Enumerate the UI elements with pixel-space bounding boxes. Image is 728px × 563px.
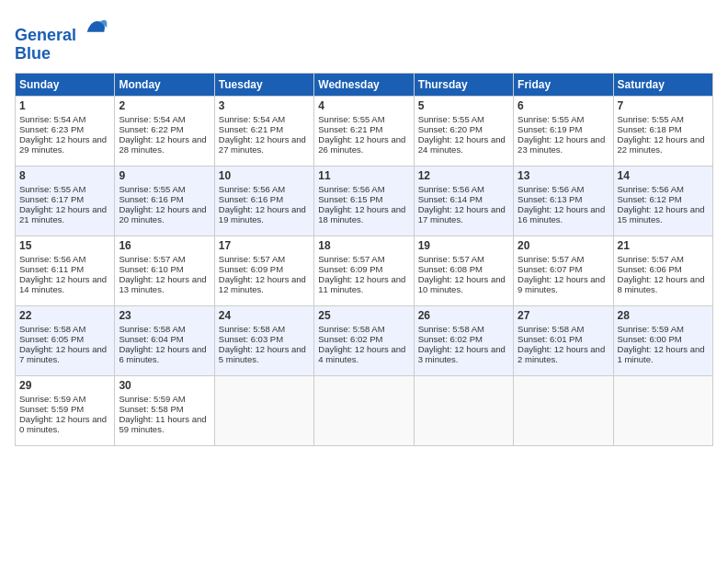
calendar-cell: 15Sunrise: 5:56 AMSunset: 6:11 PMDayligh… bbox=[16, 236, 115, 305]
daylight-text: Daylight: 12 hours and 4 minutes. bbox=[318, 344, 405, 364]
calendar-cell: 6Sunrise: 5:55 AMSunset: 6:19 PMDaylight… bbox=[514, 96, 613, 166]
daylight-text: Daylight: 12 hours and 27 minutes. bbox=[219, 134, 306, 155]
logo: General Blue bbox=[15, 15, 108, 63]
sunset-text: Sunset: 6:02 PM bbox=[418, 334, 483, 344]
calendar-week-1: 1Sunrise: 5:54 AMSunset: 6:23 PMDaylight… bbox=[16, 96, 713, 166]
daylight-text: Daylight: 12 hours and 5 minutes. bbox=[219, 344, 306, 364]
daylight-text: Daylight: 12 hours and 0 minutes. bbox=[19, 414, 107, 434]
daylight-text: Daylight: 12 hours and 11 minutes. bbox=[318, 274, 405, 294]
calendar-cell: 13Sunrise: 5:56 AMSunset: 6:13 PMDayligh… bbox=[514, 166, 613, 236]
sunset-text: Sunset: 6:09 PM bbox=[219, 264, 283, 274]
daylight-text: Daylight: 12 hours and 20 minutes. bbox=[119, 204, 206, 224]
day-number: 3 bbox=[219, 99, 310, 112]
sunset-text: Sunset: 6:00 PM bbox=[618, 334, 682, 344]
calendar-cell: 5Sunrise: 5:55 AMSunset: 6:20 PMDaylight… bbox=[414, 96, 513, 166]
daylight-text: Daylight: 12 hours and 3 minutes. bbox=[418, 344, 506, 364]
header: General Blue bbox=[15, 15, 713, 63]
sunrise-text: Sunrise: 5:56 AM bbox=[318, 184, 384, 194]
calendar-cell: 30Sunrise: 5:59 AMSunset: 5:58 PMDayligh… bbox=[115, 375, 214, 445]
sunrise-text: Sunrise: 5:56 AM bbox=[219, 184, 285, 194]
day-number: 2 bbox=[119, 99, 210, 112]
daylight-text: Daylight: 12 hours and 6 minutes. bbox=[119, 344, 206, 364]
daylight-text: Daylight: 12 hours and 18 minutes. bbox=[318, 204, 405, 224]
logo-general: General bbox=[15, 26, 76, 44]
sunrise-text: Sunrise: 5:54 AM bbox=[219, 114, 285, 124]
logo-blue: Blue bbox=[15, 45, 108, 63]
sunset-text: Sunset: 6:15 PM bbox=[318, 194, 382, 204]
calendar-cell: 28Sunrise: 5:59 AMSunset: 6:00 PMDayligh… bbox=[613, 305, 712, 375]
sunset-text: Sunset: 6:21 PM bbox=[219, 124, 283, 134]
sunset-text: Sunset: 5:59 PM bbox=[19, 404, 84, 414]
day-number: 19 bbox=[418, 239, 509, 252]
calendar-table: SundayMondayTuesdayWednesdayThursdayFrid… bbox=[15, 73, 713, 446]
daylight-text: Daylight: 12 hours and 7 minutes. bbox=[19, 344, 107, 364]
day-number: 28 bbox=[618, 309, 709, 322]
sunrise-text: Sunrise: 5:55 AM bbox=[618, 114, 684, 124]
sunset-text: Sunset: 6:05 PM bbox=[19, 334, 84, 344]
calendar-week-5: 29Sunrise: 5:59 AMSunset: 5:59 PMDayligh… bbox=[16, 375, 713, 445]
sunset-text: Sunset: 6:09 PM bbox=[318, 264, 382, 274]
sunrise-text: Sunrise: 5:57 AM bbox=[219, 254, 285, 264]
day-number: 20 bbox=[518, 239, 609, 252]
calendar-cell: 24Sunrise: 5:58 AMSunset: 6:03 PMDayligh… bbox=[214, 305, 313, 375]
daylight-text: Daylight: 12 hours and 24 minutes. bbox=[418, 134, 506, 155]
day-number: 8 bbox=[19, 169, 110, 182]
sunrise-text: Sunrise: 5:58 AM bbox=[19, 324, 85, 334]
sunset-text: Sunset: 6:17 PM bbox=[19, 194, 84, 204]
daylight-text: Daylight: 12 hours and 10 minutes. bbox=[418, 274, 506, 294]
sunset-text: Sunset: 6:18 PM bbox=[618, 124, 682, 134]
day-number: 30 bbox=[119, 379, 210, 392]
daylight-text: Daylight: 12 hours and 12 minutes. bbox=[219, 274, 306, 294]
daylight-text: Daylight: 12 hours and 1 minute. bbox=[618, 344, 705, 364]
calendar-cell bbox=[214, 375, 313, 445]
sunrise-text: Sunrise: 5:55 AM bbox=[418, 114, 484, 124]
day-number: 15 bbox=[19, 239, 110, 252]
daylight-text: Daylight: 12 hours and 26 minutes. bbox=[318, 134, 405, 155]
day-number: 12 bbox=[418, 169, 509, 182]
calendar-cell: 19Sunrise: 5:57 AMSunset: 6:08 PMDayligh… bbox=[414, 236, 513, 305]
daylight-text: Daylight: 12 hours and 22 minutes. bbox=[618, 134, 705, 155]
sunrise-text: Sunrise: 5:59 AM bbox=[618, 324, 684, 334]
sunset-text: Sunset: 6:08 PM bbox=[418, 264, 483, 274]
sunset-text: Sunset: 6:02 PM bbox=[318, 334, 382, 344]
day-number: 23 bbox=[119, 309, 210, 322]
calendar-header-row: SundayMondayTuesdayWednesdayThursdayFrid… bbox=[16, 73, 713, 96]
column-header-saturday: Saturday bbox=[613, 73, 712, 96]
calendar-cell: 21Sunrise: 5:57 AMSunset: 6:06 PMDayligh… bbox=[613, 236, 712, 305]
day-number: 21 bbox=[618, 239, 709, 252]
day-number: 22 bbox=[19, 309, 110, 322]
sunset-text: Sunset: 6:14 PM bbox=[418, 194, 483, 204]
sunrise-text: Sunrise: 5:56 AM bbox=[418, 184, 484, 194]
sunset-text: Sunset: 6:11 PM bbox=[19, 264, 84, 274]
sunset-text: Sunset: 5:58 PM bbox=[119, 404, 183, 414]
sunrise-text: Sunrise: 5:54 AM bbox=[119, 114, 185, 124]
sunset-text: Sunset: 6:03 PM bbox=[219, 334, 283, 344]
column-header-friday: Friday bbox=[514, 73, 613, 96]
day-number: 17 bbox=[219, 239, 310, 252]
sunrise-text: Sunrise: 5:59 AM bbox=[119, 394, 185, 404]
daylight-text: Daylight: 12 hours and 8 minutes. bbox=[618, 274, 705, 294]
sunset-text: Sunset: 6:06 PM bbox=[618, 264, 682, 274]
calendar-cell bbox=[414, 375, 513, 445]
calendar-cell: 7Sunrise: 5:55 AMSunset: 6:18 PMDaylight… bbox=[613, 96, 712, 166]
day-number: 9 bbox=[119, 169, 210, 182]
day-number: 26 bbox=[418, 309, 509, 322]
daylight-text: Daylight: 12 hours and 16 minutes. bbox=[518, 204, 605, 224]
sunrise-text: Sunrise: 5:55 AM bbox=[318, 114, 384, 124]
day-number: 25 bbox=[318, 309, 409, 322]
sunrise-text: Sunrise: 5:58 AM bbox=[219, 324, 285, 334]
sunrise-text: Sunrise: 5:57 AM bbox=[518, 254, 584, 264]
sunrise-text: Sunrise: 5:56 AM bbox=[518, 184, 584, 194]
logo-icon bbox=[83, 15, 108, 40]
daylight-text: Daylight: 12 hours and 29 minutes. bbox=[19, 134, 107, 155]
calendar-cell: 29Sunrise: 5:59 AMSunset: 5:59 PMDayligh… bbox=[16, 375, 115, 445]
page: General Blue SundayMondayTuesdayWednesda… bbox=[0, 0, 728, 454]
calendar-cell: 23Sunrise: 5:58 AMSunset: 6:04 PMDayligh… bbox=[115, 305, 214, 375]
calendar-week-2: 8Sunrise: 5:55 AMSunset: 6:17 PMDaylight… bbox=[16, 166, 713, 236]
sunrise-text: Sunrise: 5:55 AM bbox=[19, 184, 85, 194]
calendar-cell: 27Sunrise: 5:58 AMSunset: 6:01 PMDayligh… bbox=[514, 305, 613, 375]
sunrise-text: Sunrise: 5:57 AM bbox=[418, 254, 484, 264]
calendar-cell: 8Sunrise: 5:55 AMSunset: 6:17 PMDaylight… bbox=[16, 166, 115, 236]
day-number: 27 bbox=[518, 309, 609, 322]
sunset-text: Sunset: 6:20 PM bbox=[418, 124, 483, 134]
